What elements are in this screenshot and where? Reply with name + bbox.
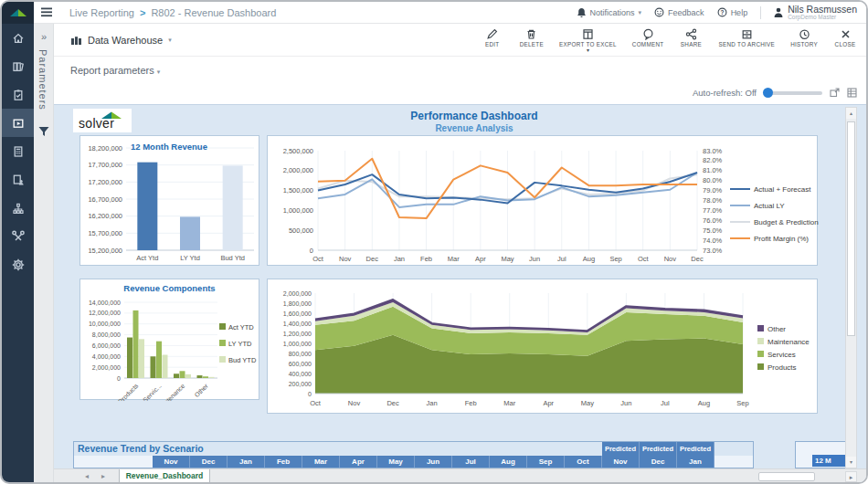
svg-text:Jan: Jan (427, 399, 438, 407)
sheet-nav-right-button[interactable]: ▸ (96, 471, 111, 482)
svg-text:Nov: Nov (348, 399, 361, 407)
svg-text:2,000,000: 2,000,000 (283, 290, 312, 297)
top-header: Live Reporting > R802 - Revenue Dashboar… (34, 2, 866, 24)
vertical-scrollbar[interactable]: ▴ ▾ (845, 107, 857, 468)
close-label: CLOSE (835, 41, 856, 47)
svg-text:Maintenance: Maintenance (767, 338, 810, 346)
sidebar (2, 2, 34, 482)
user-menu[interactable]: Nils Rasmussen CorpDemo Master (774, 5, 857, 21)
close-icon (840, 28, 852, 40)
revenue-area-chart-panel: OctNovDecJanFebMarAprMayJunJulAugSep0200… (267, 279, 818, 414)
sidebar-item-tools[interactable] (2, 222, 34, 250)
share-button[interactable]: SHARE (679, 28, 703, 52)
svg-text:1,000,000: 1,000,000 (283, 341, 312, 347)
svg-text:2,000,000: 2,000,000 (283, 166, 313, 174)
bell-icon (577, 7, 587, 18)
svg-text:200,000: 200,000 (289, 381, 312, 387)
svg-text:Jun: Jun (620, 399, 631, 407)
app-logo[interactable] (2, 2, 34, 24)
sidebar-item-tasks[interactable] (2, 80, 34, 109)
export-to-excel-button[interactable]: EXPORT TO EXCEL ▾ (559, 28, 617, 52)
comment-label: COMMENT (632, 41, 664, 47)
history-label: HISTORY (790, 41, 818, 47)
sidebar-item-reporting[interactable] (2, 52, 34, 80)
svg-text:15,700,000: 15,700,000 (88, 229, 122, 237)
svg-text:Dec: Dec (366, 255, 379, 263)
share-label: SHARE (681, 41, 702, 47)
svg-text:Actual LY: Actual LY (754, 202, 785, 210)
revenue-trend-table: Revenue Trend by Scenario Predicted Pred… (73, 441, 754, 468)
sheet-tab-revenue-dashboard[interactable]: Revenue_Dashboard (119, 469, 210, 483)
revenue-components-chart: 02,000,0004,000,0006,000,0008,000,00010,… (80, 279, 260, 401)
report-parameters-toggle[interactable]: Report parameters ▾ (70, 65, 160, 76)
scroll-down-button[interactable]: ▾ (846, 457, 856, 468)
revenue-bar-chart-panel: 12 Month Revenue 15,200,00015,700,00016,… (79, 135, 259, 266)
smiley-icon (654, 7, 664, 17)
svg-text:2,000,000: 2,000,000 (92, 364, 121, 371)
predicted-month-cell: Nov (602, 456, 640, 468)
report-parameters-bar: Report parameters ▾ (54, 57, 866, 84)
sidebar-item-budgeting[interactable] (2, 137, 34, 165)
trash-icon (525, 28, 537, 40)
sidebar-item-home[interactable] (2, 24, 34, 52)
filter-icon[interactable] (38, 126, 49, 137)
menu-button[interactable] (41, 7, 53, 17)
svg-text:Budget & Prediction: Budget & Prediction (754, 218, 819, 226)
month-cell: Nov (153, 456, 190, 468)
svg-text:May: May (501, 255, 513, 263)
comment-button[interactable]: COMMENT (632, 28, 664, 52)
svg-text:Dec: Dec (386, 399, 399, 407)
month-cell: Jan (228, 456, 265, 468)
svg-text:Other: Other (767, 325, 786, 333)
warehouse-icon (70, 35, 82, 46)
expand-parameters-button[interactable]: » (34, 31, 54, 42)
svg-text:Products: Products (117, 382, 140, 401)
sidebar-item-consolidation[interactable] (2, 165, 34, 194)
sheet-nav-left-button[interactable]: ◂ (79, 471, 94, 482)
export-excel-icon (582, 28, 594, 40)
svg-text:Act YTD: Act YTD (228, 323, 254, 331)
predicted-month-cell: Dec (640, 456, 677, 468)
parameters-label[interactable]: Parameters (37, 49, 48, 110)
table-title-band: Revenue Trend by Scenario Predicted Pred… (74, 442, 753, 456)
predicted-cell: Predicted (602, 442, 640, 456)
scroll-right-button[interactable]: ▸ (845, 471, 857, 482)
parameters-strip: » Parameters (34, 24, 54, 482)
breadcrumb-section[interactable]: Live Reporting (69, 7, 134, 18)
revenue-trend-line-chart: OctNovDecJanFebMarAprMayJunJulAugSepOctN… (268, 136, 819, 267)
send-to-archive-button[interactable]: SEND TO ARCHIVE (718, 28, 775, 52)
svg-text:Act Ytd: Act Ytd (136, 254, 158, 262)
edit-button[interactable]: EDIT (481, 28, 504, 52)
help-button[interactable]: ? Help (717, 7, 748, 17)
svg-text:Servic...: Servic... (142, 383, 163, 401)
auto-refresh-slider[interactable] (764, 91, 822, 95)
predicted-month-cell: Jan (677, 456, 715, 468)
horizontal-scroll-thumb[interactable] (758, 472, 815, 481)
sidebar-item-report-viewer[interactable] (2, 109, 34, 137)
auto-refresh-control: Auto-refresh: Off (693, 88, 857, 98)
scroll-up-button[interactable]: ▴ (846, 108, 856, 119)
slider-knob[interactable] (763, 88, 773, 98)
vertical-scroll-thumb[interactable] (847, 121, 855, 336)
calculator-icon (11, 144, 26, 159)
svg-text:15,200,000: 15,200,000 (88, 247, 122, 255)
chart-title: 12 Month Revenue (131, 142, 207, 152)
svg-text:8,000,000: 8,000,000 (92, 331, 121, 338)
sidebar-item-settings[interactable] (2, 250, 34, 279)
grid-view-icon[interactable] (847, 88, 857, 98)
svg-text:Other: Other (194, 382, 210, 398)
feedback-label: Feedback (668, 8, 704, 17)
svg-text:73.0%: 73.0% (703, 247, 723, 255)
edit-label: EDIT (485, 41, 500, 47)
close-button[interactable]: CLOSE (833, 28, 857, 52)
revenue-line-chart-panel: OctNovDecJanFebMarAprMayJunJulAugSepOctN… (267, 135, 818, 266)
history-button[interactable]: HISTORY (790, 28, 818, 52)
delete-button[interactable]: DELETE (520, 28, 544, 52)
open-in-new-icon[interactable] (830, 88, 840, 98)
data-source-selector[interactable]: Data Warehouse ▾ (70, 35, 172, 46)
feedback-button[interactable]: Feedback (654, 7, 704, 17)
svg-text:4,000,000: 4,000,000 (92, 353, 121, 360)
notifications-button[interactable]: Notifications ▾ (577, 7, 642, 18)
sidebar-item-process[interactable] (2, 194, 34, 222)
month-header-row: Nov Dec Jan Feb Mar Apr May Jun Jul Aug … (74, 456, 753, 468)
